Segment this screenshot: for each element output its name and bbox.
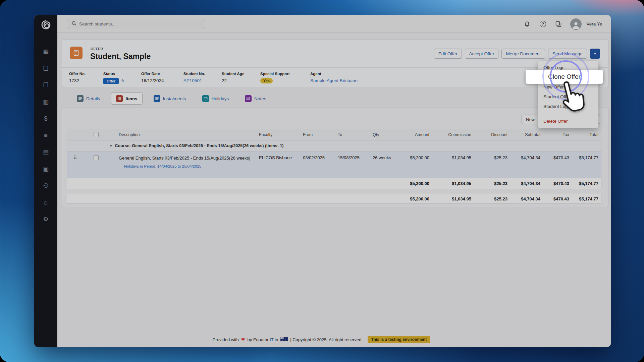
item-description: General English, Starts 03/Feb/2025 - En… [119,156,250,161]
item-discount: $25.23 [475,152,511,178]
sidebar-item-offers[interactable]: ❐ [34,77,57,94]
clone-offer-highlight[interactable]: Clone Offer [526,70,603,84]
entity-kicker: OFFER [91,47,103,51]
status-field: Status Offer✎ [103,72,141,87]
testing-environment-badge: This is a testing environment [368,336,430,343]
sidebar-item-agents[interactable]: ⚇ [34,177,57,194]
offer-no-field: Offer No. 1732 [69,72,103,87]
desktop-background: ▦ ❏ ❐ ▥ $ ≡ ▤ ▣ ⚇ ⌂ ⚙ [0,0,644,362]
group-collapse-icon[interactable]: ▾ [110,144,112,148]
app-window: ▦ ❏ ❐ ▥ $ ≡ ▤ ▣ ⚇ ⌂ ⚙ [34,15,611,347]
column-header-faculty: Faculty [256,129,300,140]
user-avatar[interactable] [570,18,582,30]
sidebar-item-settings[interactable]: ⚙ [34,211,57,228]
grand-total-amount: $5,200.00 [397,193,433,203]
agent-label: Agent [310,72,358,76]
grand-total-commission: $1,034.95 [433,193,475,203]
header-actions: Edit Offer Accept Offer Merge Document S… [434,49,600,59]
column-header-subtotal: Subtotal [511,129,544,140]
notes-tab-icon [245,95,252,102]
item-qty: 26 weeks [369,152,397,178]
multi-window-icon[interactable] [554,20,562,28]
details-tab-icon [77,95,84,102]
instalments-tab-icon [154,95,160,102]
sidebar-item-campus[interactable]: ⌂ [34,194,57,211]
sidebar-item-services[interactable]: ▣ [34,161,57,177]
send-message-button[interactable]: Send Message [548,49,587,59]
items-tab-icon [116,95,123,102]
sidebar-item-courses[interactable]: ≡ [34,127,57,144]
row-checkbox[interactable] [94,155,99,160]
item-row[interactable]: ⠿ General English, Starts 03/Feb/2025 - … [67,152,601,178]
search-box [68,19,205,29]
agent-link[interactable]: Sample Agent Brisbane [310,78,358,83]
search-input[interactable] [79,21,202,26]
student-age-value: 22 [222,78,260,83]
accept-offer-button[interactable]: Accept Offer [465,49,499,59]
item-faculty: ELICOS Bisbane [256,152,300,178]
menu-item-delete-offer[interactable]: Delete Offer [538,116,598,126]
search-icon [71,21,76,27]
item-amount: $5,200.00 [397,152,433,178]
topbar-actions: ? Vera Ye [523,15,602,33]
grand-total-total: $5,174.77 [573,193,602,203]
status-badge: Offer [103,78,119,84]
items-panel: New Description Faculty From To Qty Amou… [62,108,608,207]
course-group-row: ▾ Course: General English, Starts 03/Feb… [67,140,601,152]
item-to-date: 15/08/2025 [334,152,369,178]
help-icon[interactable]: ? [539,20,547,28]
menu-item-student-offers[interactable]: Student Offers [538,92,598,102]
sidebar: ▦ ❏ ❐ ▥ $ ≡ ▤ ▣ ⚇ ⌂ ⚙ [34,15,57,347]
special-support-badge: Yes [260,78,273,83]
sidebar-item-reports[interactable]: ▥ [34,94,57,110]
column-header-commission: Commission [433,129,475,140]
offer-no-label: Offer No. [69,72,103,76]
sidebar-item-invoices[interactable]: $ [34,110,57,127]
app-logo-icon [39,18,53,32]
courses-icon: ≡ [44,132,48,138]
tab-details[interactable]: Details [72,93,105,105]
edit-offer-button[interactable]: Edit Offer [434,49,462,59]
item-commission: $1,034.95 [433,152,475,178]
select-all-checkbox[interactable] [94,132,99,137]
grand-total-subtotal: $4,704.34 [511,193,544,203]
tab-instalments[interactable]: Instalments [149,93,191,105]
offer-date-value: 16/12/2024 [141,78,183,83]
dashboard-icon: ▦ [43,49,49,55]
merge-document-button[interactable]: Merge Document [501,49,545,59]
group-total-subtotal: $4,704.34 [511,178,544,189]
tab-items[interactable]: Items [111,93,142,105]
more-actions-dropdown-button[interactable]: ▾ [590,49,600,59]
offer-date-field: Offer Date 16/12/2024 [141,72,183,87]
user-name: Vera Ye [586,21,602,26]
item-subtotal: $4,704.34 [511,152,544,178]
items-table: Description Faculty From To Qty Amount C… [67,129,601,189]
student-age-label: Student Age [222,72,260,76]
tab-notes[interactable]: Notes [240,93,271,105]
offer-entity-icon [70,47,83,59]
heart-icon: ❤ [241,337,245,342]
page-title: Student, Sample [90,52,151,61]
library-icon: ▤ [43,149,49,155]
group-totals-row: $5,200.00 $1,034.95 $25.23 $4,704.34 $47… [67,178,601,189]
student-no-label: Student No. [183,72,222,76]
sidebar-item-students[interactable]: ❏ [34,60,57,77]
tab-holidays[interactable]: Holidays [197,93,234,105]
drag-handle-icon[interactable]: ⠿ [73,155,77,160]
sidebar-item-dashboard[interactable]: ▦ [34,43,57,60]
notifications-bell-icon[interactable] [523,20,531,28]
offer-no-value: 1732 [69,78,103,83]
grand-total-discount: $25.23 [475,193,511,203]
agents-icon: ⚇ [43,183,48,189]
sidebar-item-library[interactable]: ▤ [34,144,57,161]
student-no-field: Student No. AP10501 [183,72,222,87]
offer-date-label: Offer Date [141,72,183,76]
services-icon: ▣ [43,166,49,172]
edit-status-icon[interactable]: ✎ [121,78,125,83]
student-no-link[interactable]: AP10501 [183,78,222,83]
column-header-discount: Discount [475,129,511,140]
menu-item-student-logs[interactable]: Student Logs [538,102,598,111]
item-from-date: 03/02/2025 [300,152,334,178]
australia-flag-icon [280,337,288,342]
group-total-amount: $5,200.00 [397,178,433,189]
